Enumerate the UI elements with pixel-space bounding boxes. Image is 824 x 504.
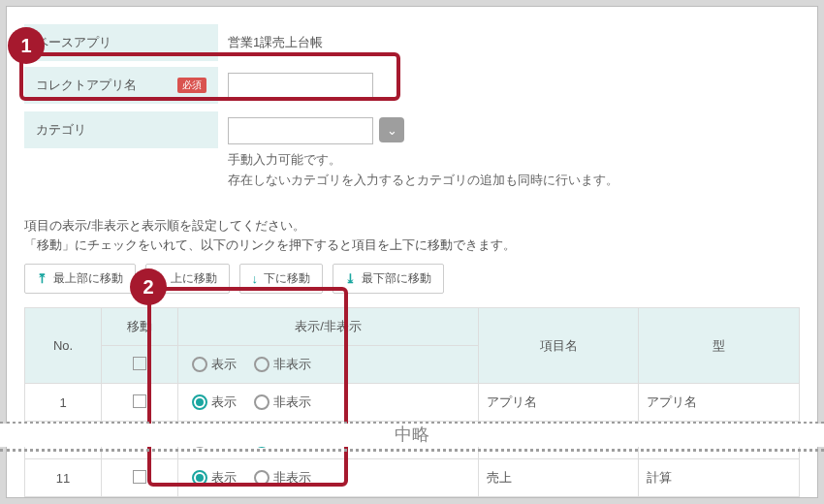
field-table: No. 移動 表示/非表示 項目名 型 表示	[24, 307, 800, 497]
category-help-2: 存在しないカテゴリを入力するとカテゴリの追加も同時に行います。	[228, 171, 790, 191]
row-move-checkbox[interactable]	[133, 432, 146, 446]
table-row: 11 表示 非表示 売上 計算	[25, 459, 800, 497]
table-row: 1 表示 非表示 アプリ名 アプリ名	[25, 384, 800, 422]
radio-hide[interactable]: 非表示	[254, 469, 311, 487]
header-toggle: 表示/非表示	[178, 308, 479, 346]
header-type: 型	[639, 308, 800, 384]
move-top-button[interactable]: ⤒ 最上部に移動	[24, 264, 136, 294]
cell-name: アプリ名	[478, 384, 639, 422]
cell-type: 文字列(1行)	[639, 422, 800, 459]
cell-type: 計算	[639, 459, 800, 497]
value-base-app: 営業1課売上台帳	[218, 24, 800, 57]
required-badge: 必須	[177, 78, 206, 93]
header-toggle-all: 表示 非表示	[178, 346, 479, 384]
cell-no: 2	[25, 422, 102, 459]
header-name: 項目名	[478, 308, 639, 384]
header-move-all-checkbox-cell	[102, 346, 178, 384]
move-down-button[interactable]: ↓ 下に移動	[239, 264, 324, 294]
cell-name: 売上番号	[478, 422, 639, 459]
radio-show[interactable]: 表示	[192, 469, 237, 487]
header-no: No.	[25, 308, 102, 384]
row-move-checkbox[interactable]	[133, 470, 146, 484]
radio-show[interactable]: 表示	[192, 394, 237, 411]
cell-type: アプリ名	[639, 384, 800, 422]
radio-hide-all[interactable]: 非表示	[254, 356, 311, 373]
collect-app-name-input[interactable]	[228, 73, 373, 100]
header-move: 移動	[102, 308, 178, 346]
section-line-2: 「移動」にチェックをいれて、以下のリンクを押下すると項目を上下に移動できます。	[24, 236, 800, 256]
row-move-checkbox[interactable]	[133, 394, 146, 408]
radio-show[interactable]: 表示	[192, 431, 237, 449]
arrow-top-icon: ⤒	[37, 271, 48, 286]
section-line-1: 項目の表示/非表示と表示順を設定してください。	[24, 216, 800, 236]
category-input[interactable]	[228, 117, 373, 144]
table-row: 2 表示 非表示 売上番号 文字列(1行)	[25, 422, 800, 459]
category-help-1: 手動入力可能です。	[228, 150, 790, 171]
radio-hide[interactable]: 非表示	[254, 431, 311, 449]
arrow-down-icon: ↓	[252, 271, 259, 286]
label-collect-app-name: コレクトアプリ名 必須	[24, 67, 218, 104]
annotation-badge-2: 2	[130, 268, 167, 305]
move-all-checkbox[interactable]	[133, 357, 146, 370]
category-dropdown-button[interactable]: ⌄	[379, 117, 404, 142]
cell-name: 売上	[478, 459, 639, 497]
label-category: カテゴリ	[24, 111, 218, 148]
arrow-bottom-icon: ⤓	[345, 271, 356, 286]
radio-show-all[interactable]: 表示	[192, 356, 237, 373]
annotation-badge-1: 1	[8, 27, 45, 64]
cell-no: 11	[25, 459, 102, 497]
radio-hide[interactable]: 非表示	[254, 394, 311, 411]
chevron-down-icon: ⌄	[387, 123, 397, 138]
label-base-app: ベースアプリ	[24, 24, 218, 61]
cell-no: 1	[25, 384, 102, 422]
move-bottom-button[interactable]: ⤓ 最下部に移動	[333, 264, 444, 294]
